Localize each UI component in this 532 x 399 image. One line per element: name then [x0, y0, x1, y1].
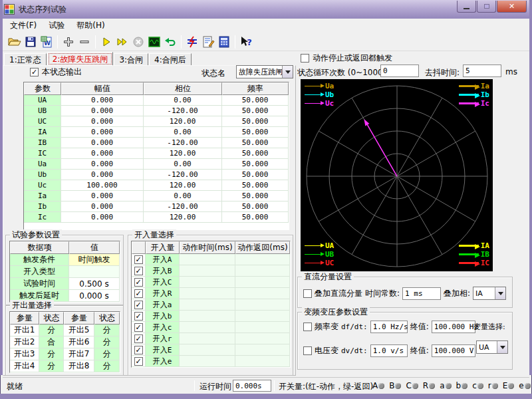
add-icon[interactable]: [61, 34, 76, 50]
dc-phase-select[interactable]: IA: [473, 287, 506, 300]
input-checkbox[interactable]: ✓: [132, 311, 146, 322]
phase-cell[interactable]: 120.00: [144, 116, 222, 127]
frequency-cell[interactable]: 50.000: [222, 116, 289, 127]
report-icon[interactable]: [200, 34, 216, 50]
chevron-down-icon[interactable]: [497, 341, 507, 353]
export-word-icon[interactable]: W: [39, 34, 55, 50]
save-icon[interactable]: [23, 34, 39, 50]
dc-superpose-checkbox[interactable]: ✓: [303, 289, 312, 298]
waveform-icon[interactable]: [146, 34, 162, 50]
input-checkbox[interactable]: ✓: [132, 288, 146, 299]
phase-cell[interactable]: -120.00: [144, 201, 222, 212]
input-checkbox[interactable]: ✓: [132, 277, 146, 288]
frequency-cell[interactable]: 50.000: [222, 106, 289, 116]
close-button[interactable]: ✕: [497, 1, 527, 13]
tab-state-4[interactable]: 4:合闸后: [149, 53, 192, 66]
phasor-icon[interactable]: [184, 34, 200, 50]
freq-end-input[interactable]: 100.000 Hz: [432, 321, 475, 333]
input-checkbox[interactable]: ✓: [132, 265, 146, 277]
input-checkbox[interactable]: ✓: [132, 254, 146, 265]
param-value-cell[interactable]: 0.500 s: [69, 278, 120, 290]
menu-item[interactable]: 帮助(H): [70, 19, 110, 33]
output-state-cell[interactable]: 分: [39, 325, 64, 336]
stop-icon[interactable]: [130, 34, 146, 50]
frequency-cell[interactable]: 50.000: [222, 180, 289, 191]
remove-icon[interactable]: [76, 34, 92, 50]
tab-state-1[interactable]: 1:正常态: [4, 53, 47, 66]
menu-item[interactable]: 文件(F): [4, 19, 43, 33]
amplitude-cell[interactable]: 100.000: [61, 180, 144, 191]
frequency-cell[interactable]: 50.000: [222, 191, 289, 201]
input-checkbox[interactable]: ✓: [132, 344, 146, 356]
amplitude-cell[interactable]: 0.000: [61, 138, 144, 148]
frequency-cell[interactable]: 50.000: [222, 159, 289, 170]
phase-cell[interactable]: 0.00: [144, 159, 222, 170]
chevron-down-icon[interactable]: [282, 66, 293, 78]
stop-trigger-checkbox[interactable]: ✓ 动作停止或返回都触发: [301, 53, 392, 64]
output-state-cell[interactable]: 分: [94, 360, 120, 372]
frequency-cell[interactable]: 50.000: [222, 95, 289, 106]
param-value-cell[interactable]: 时间触发: [69, 254, 120, 266]
phase-cell[interactable]: 120.00: [144, 148, 222, 159]
input-checkbox[interactable]: ✓: [132, 333, 146, 344]
dfdt-input[interactable]: 1.0 Hz/s: [370, 321, 408, 333]
volt-end-input[interactable]: 100.000 V: [432, 344, 475, 357]
start-icon[interactable]: [98, 34, 114, 50]
amplitude-cell[interactable]: 0.000: [61, 148, 144, 159]
param-value-cell[interactable]: 0.000 s: [69, 290, 120, 302]
amplitude-cell[interactable]: 0.000: [61, 212, 144, 223]
undo-icon[interactable]: [162, 34, 178, 50]
output-state-cell[interactable]: 分: [39, 348, 64, 360]
help-icon[interactable]: ?: [238, 34, 254, 50]
amplitude-cell[interactable]: 0.000: [61, 127, 144, 138]
freq-change-checkbox[interactable]: ✓: [303, 323, 312, 331]
input-checkbox[interactable]: ✓: [132, 356, 146, 367]
dvdt-input[interactable]: 1.0 v/s: [370, 344, 408, 357]
amplitude-cell[interactable]: 0.000: [61, 95, 144, 106]
phase-cell[interactable]: 0.00: [144, 191, 222, 201]
amplitude-cell[interactable]: 0.000: [61, 106, 144, 116]
frequency-cell[interactable]: 50.000: [222, 148, 289, 159]
output-state-cell[interactable]: 分: [94, 336, 120, 348]
volt-change-checkbox[interactable]: ✓: [303, 346, 312, 355]
variable-select[interactable]: UA: [476, 340, 508, 354]
frequency-cell[interactable]: 50.000: [222, 170, 289, 180]
menu-item[interactable]: 试验: [43, 19, 70, 33]
param-value-cell[interactable]: [69, 266, 120, 278]
phase-cell[interactable]: 0.00: [144, 127, 222, 138]
phase-cell[interactable]: 0.00: [144, 95, 222, 106]
calculator-icon[interactable]: [216, 34, 232, 50]
amplitude-cell[interactable]: 0.000: [61, 191, 144, 201]
output-state-cell[interactable]: 合: [39, 336, 64, 348]
input-checkbox[interactable]: ✓: [132, 299, 146, 311]
fast-forward-icon[interactable]: [114, 34, 130, 50]
open-icon[interactable]: [7, 34, 23, 50]
input-checkbox[interactable]: ✓: [132, 322, 146, 333]
output-state-cell[interactable]: 分: [94, 348, 120, 360]
frequency-cell[interactable]: 50.000: [222, 212, 289, 223]
output-state-cell[interactable]: 分: [94, 325, 120, 336]
minimize-button[interactable]: [457, 1, 476, 13]
amplitude-cell[interactable]: 0.000: [61, 116, 144, 127]
loop-count-input[interactable]: 0: [380, 65, 419, 77]
tab-state-2[interactable]: 2:故障失压跳闸: [47, 52, 114, 66]
phase-cell[interactable]: 120.00: [144, 180, 222, 191]
amplitude-cell[interactable]: 0.000: [61, 201, 144, 212]
maximize-button[interactable]: [477, 1, 496, 13]
tab-state-3[interactable]: 3:合闸: [114, 53, 148, 66]
phase-cell[interactable]: 120.00: [144, 212, 222, 223]
amplitude-cell[interactable]: 0.000: [61, 159, 144, 170]
frequency-cell[interactable]: 50.000: [222, 201, 289, 212]
chevron-down-icon[interactable]: [495, 287, 505, 299]
state-name-select[interactable]: 故障失压跳闸: [236, 65, 293, 78]
phase-cell[interactable]: -120.00: [144, 170, 222, 180]
frequency-cell[interactable]: 50.000: [222, 127, 289, 138]
debounce-input[interactable]: 5: [463, 65, 501, 77]
amplitude-cell[interactable]: 0.000: [61, 170, 144, 180]
phase-cell[interactable]: -120.00: [144, 138, 222, 148]
frequency-cell[interactable]: 50.000: [222, 138, 289, 148]
state-output-checkbox[interactable]: ✓ 本状态输出: [30, 66, 82, 78]
phase-cell[interactable]: -120.00: [144, 106, 222, 116]
dc-tc-input[interactable]: 1 ms: [402, 287, 441, 300]
output-state-cell[interactable]: 分: [39, 360, 64, 372]
